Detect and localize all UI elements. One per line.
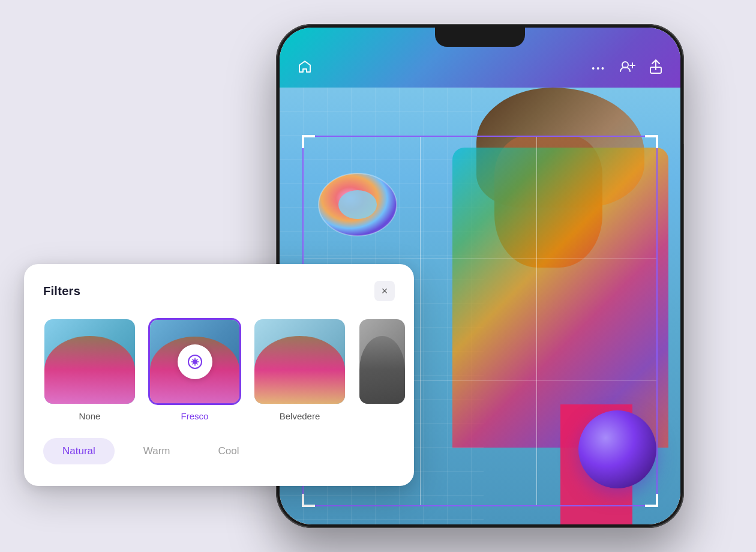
filter-thumb-fourth	[358, 318, 406, 405]
filter-thumb-none	[43, 318, 136, 405]
tone-natural-button[interactable]: Natural	[43, 438, 115, 464]
filters-panel: Filters × None	[24, 264, 414, 486]
filter-thumb-bg-none	[44, 319, 135, 404]
header-right-icons: •••	[592, 59, 662, 78]
thumb-person-none	[44, 336, 135, 404]
crop-corner-br	[645, 494, 658, 507]
crop-corner-bl	[302, 494, 315, 507]
thumb-person-fourth	[359, 336, 405, 404]
tone-cool-button[interactable]: Cool	[199, 438, 259, 464]
sphere-3d-shape	[578, 410, 656, 488]
filter-item-none[interactable]: None	[43, 318, 136, 421]
filter-thumbnails-row: None Fresco	[43, 318, 395, 421]
filter-label-fresco: Fresco	[181, 411, 209, 421]
filter-label-none: None	[79, 411, 101, 421]
donut-3d-shape	[316, 166, 400, 238]
phone-side-button	[683, 144, 684, 180]
fresco-icon-overlay	[178, 344, 212, 379]
close-button[interactable]: ×	[374, 281, 395, 301]
share-icon[interactable]	[649, 59, 662, 78]
filter-item-fresco[interactable]: Fresco	[148, 318, 241, 421]
header-icons-row: •••	[298, 59, 662, 78]
crop-grid-line-v1	[420, 137, 421, 505]
filter-thumb-bg-belvedere	[254, 319, 345, 404]
crop-grid-line-v2	[536, 137, 537, 505]
add-friend-icon[interactable]	[619, 59, 636, 77]
filter-thumb-bg-fourth	[359, 319, 405, 404]
filter-item-fourth[interactable]	[358, 318, 406, 421]
phone-notch	[435, 28, 525, 47]
filter-thumb-fresco	[148, 318, 241, 405]
svg-point-1	[338, 190, 377, 219]
filter-thumb-belvedere	[253, 318, 346, 405]
filters-title: Filters	[43, 284, 80, 298]
filter-thumb-bg-fresco	[150, 320, 239, 403]
more-dots-icon[interactable]: •••	[592, 64, 606, 73]
crop-grid-line-h1	[304, 259, 656, 259]
crop-corner-tl	[302, 135, 315, 148]
filter-item-belvedere[interactable]: Belvedere	[253, 318, 346, 421]
tone-row: Natural Warm Cool	[43, 438, 395, 464]
crop-corner-tr	[645, 135, 658, 148]
home-icon[interactable]	[298, 59, 312, 77]
tone-warm-button[interactable]: Warm	[124, 438, 190, 464]
filter-label-belvedere: Belvedere	[280, 411, 320, 421]
thumb-person-belvedere	[254, 336, 345, 404]
filters-header: Filters ×	[43, 281, 395, 301]
